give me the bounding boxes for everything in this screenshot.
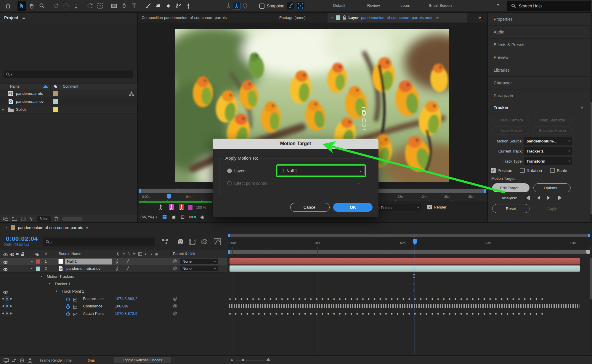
analyze-step-forward-button[interactable] <box>557 195 563 200</box>
tab-properties[interactable]: Properties <box>488 13 590 26</box>
apply-button[interactable]: Apply <box>533 204 571 213</box>
effect-point-radio-disabled[interactable] <box>227 181 232 185</box>
ok-button[interactable]: OK <box>333 203 373 212</box>
index-column-label[interactable]: # <box>45 252 47 256</box>
new-composition-icon[interactable] <box>21 217 25 221</box>
keyframe-at-time-button[interactable]: ◆ <box>5 296 9 301</box>
layer-radio-selected[interactable] <box>227 169 232 173</box>
pan-camera-tool[interactable] <box>62 1 70 11</box>
timeline-search-input[interactable]: ▾ <box>43 238 155 246</box>
analyze-step-backward-button[interactable] <box>525 195 530 200</box>
snapping-checkbox[interactable] <box>259 4 264 9</box>
sort-ascending-icon[interactable] <box>43 85 48 88</box>
sort-order-icon[interactable] <box>12 358 16 363</box>
rotation-checkbox[interactable] <box>520 168 525 173</box>
timeline-zoom-slider-thumb[interactable] <box>242 359 244 361</box>
folder-expand-chevron[interactable]: ▸ <box>2 108 4 111</box>
channel-buttons-icon[interactable] <box>189 216 196 218</box>
trash-icon[interactable] <box>54 217 58 221</box>
playhead-handle[interactable] <box>413 239 417 243</box>
column-name[interactable]: Name <box>10 84 20 89</box>
cube-3d-switch-icon[interactable]: ▣ <box>155 252 158 256</box>
tracker-panel-menu-icon[interactable]: ≡ <box>581 105 583 110</box>
selection-tool[interactable] <box>17 1 26 11</box>
current-timecode[interactable]: 0:00:02:04 <box>6 235 38 242</box>
tab-audio[interactable]: Audio <box>488 26 590 39</box>
layer-row-null1[interactable]: ▸ 1 Null 1 ╱ @ None▾ <box>0 258 227 265</box>
nav-start-cap[interactable] <box>228 234 230 237</box>
snap-to-features-icon[interactable] <box>297 2 304 9</box>
keyframe-at-time-button[interactable]: ◆ <box>5 304 9 308</box>
keyframes-feature-center[interactable]: ◆◆◆◆◆◆◆◆◆◆◆◆◆◆◆◆◆◆◆◆◆◆◆◆◆◆◆◆◆◆◆◆◆◆◆◆◆◆◆◆… <box>229 295 580 302</box>
collapse-chevron[interactable]: ▾ <box>49 282 50 285</box>
project-item-solids-folder[interactable]: ▸ Solids <box>0 105 137 114</box>
render-queue-icon[interactable] <box>4 358 9 363</box>
zoom-in-mountain-icon[interactable] <box>266 358 271 361</box>
audio-column-icon[interactable] <box>9 252 14 256</box>
analyze-backward-button[interactable] <box>536 195 541 200</box>
analyze-forward-button[interactable] <box>546 195 551 200</box>
shy-toggle-icon[interactable] <box>115 266 119 271</box>
graph-toggle-icon[interactable] <box>73 297 78 302</box>
tab-footage[interactable]: Footage (none) <box>279 15 306 20</box>
quality-switch-icon[interactable]: ╲ <box>128 252 130 256</box>
tab-menu-icon[interactable]: ≡ <box>436 15 439 20</box>
label-color-swatch[interactable] <box>53 107 58 112</box>
project-item-footage[interactable]: pandemo....mov <box>0 97 137 106</box>
quality-toggle[interactable]: ╱ <box>127 266 129 270</box>
search-help-field[interactable]: Search Help <box>507 1 591 11</box>
layer-bar-null1[interactable] <box>230 258 580 264</box>
label-color-swatch[interactable] <box>53 91 58 96</box>
track-camera-button[interactable]: Track Camera <box>492 116 530 124</box>
av-features-icon[interactable] <box>20 358 24 363</box>
playhead-line[interactable] <box>415 234 415 354</box>
keyframes-confidence[interactable] <box>229 304 580 308</box>
eye-icon[interactable] <box>3 290 8 294</box>
property-row-attach-point[interactable]: ◀ ◆ ▶ Attach Point 1070,3,872,9 @ <box>0 310 227 317</box>
nav-end-cap[interactable] <box>588 234 590 237</box>
property-value[interactable]: 1074,8,863,2 <box>115 296 137 301</box>
adjustment-switch-icon[interactable]: ◑ <box>150 252 152 256</box>
timeline-nav-bar[interactable] <box>228 234 590 237</box>
label-column-icon[interactable] <box>53 84 58 89</box>
stopwatch-icon[interactable] <box>66 296 70 302</box>
right-dock-scrollbar[interactable] <box>590 13 592 222</box>
layer-name[interactable]: pandemo...rots.mov <box>66 266 100 271</box>
opacity-value[interactable]: 100 % <box>196 206 206 210</box>
user-presence-icon[interactable] <box>28 358 32 363</box>
graph-editor-icon[interactable] <box>214 238 221 245</box>
dolly-camera-tool[interactable] <box>72 1 81 11</box>
layer-name-selected[interactable]: Null 1 <box>65 259 112 264</box>
label-column-icon[interactable] <box>35 252 39 256</box>
timeline-vertical-scrollbar[interactable] <box>590 258 592 353</box>
shy-guy-icon[interactable] <box>177 238 184 245</box>
shy-switch-icon[interactable] <box>116 251 120 256</box>
parent-pickwhip-icon[interactable]: @ <box>173 266 177 271</box>
expand-layer-chevron[interactable]: ▸ <box>31 259 33 263</box>
edit-target-button[interactable]: Edit Target... <box>492 183 530 192</box>
home-button[interactable] <box>4 1 12 11</box>
lock-column-icon[interactable] <box>21 252 25 256</box>
property-pickwhip-icon[interactable]: @ <box>173 296 177 301</box>
layer-row-footage[interactable]: ▾ 2 pandemo...rots.mov ╱ @ None▾ <box>0 265 227 272</box>
bit-depth-button[interactable]: 8 bpc <box>37 216 51 222</box>
track-type-dropdown[interactable]: Transform▾ <box>524 157 572 165</box>
fx-switch-icon[interactable]: fx <box>133 251 135 256</box>
collapse-chevron[interactable]: ▾ <box>56 289 57 293</box>
project-search-input[interactable]: ▾ <box>4 70 133 78</box>
layer-target-dropdown[interactable]: 1. Null 1 ⌄ <box>277 166 365 176</box>
next-keyframe-button[interactable]: ▶ <box>10 297 12 300</box>
parent-dropdown[interactable]: None▾ <box>180 266 218 271</box>
cancel-button[interactable]: Cancel <box>290 203 330 212</box>
work-area-end-handle[interactable] <box>484 189 486 193</box>
eye-icon[interactable] <box>3 260 8 264</box>
rotation-tool[interactable] <box>86 1 94 11</box>
tab-tracker-active[interactable]: Tracker ≡ <box>488 102 590 113</box>
panel-overflow-chevrons[interactable]: » <box>479 15 481 20</box>
tab-libraries[interactable]: Libraries <box>488 64 590 77</box>
shy-toggle-icon[interactable] <box>115 259 119 264</box>
new-folder-icon[interactable] <box>12 217 17 221</box>
next-keyframe-button[interactable]: ▶ <box>10 312 12 315</box>
source-name-column-label[interactable]: Source Name <box>59 252 81 256</box>
frame-blending-icon[interactable] <box>189 239 195 245</box>
